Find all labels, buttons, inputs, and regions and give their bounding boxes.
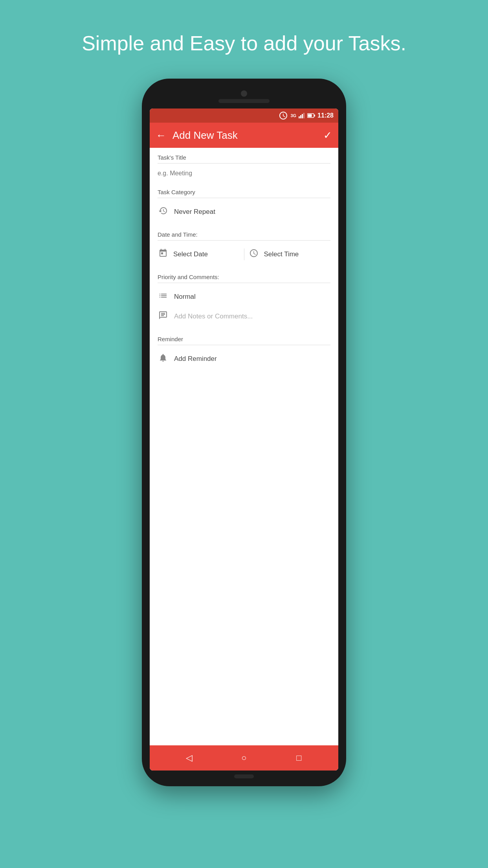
- confirm-button[interactable]: ✓: [323, 129, 332, 142]
- nav-home-button[interactable]: ○: [236, 750, 252, 766]
- svg-rect-5: [314, 115, 316, 117]
- phone-speaker: [218, 99, 270, 103]
- date-time-row: Select Date Select Time: [158, 245, 330, 264]
- notes-icon: [158, 311, 169, 322]
- select-date-button[interactable]: Select Date: [158, 248, 240, 260]
- svg-rect-3: [303, 113, 305, 118]
- notes-row[interactable]: Add Notes or Comments...: [158, 307, 330, 326]
- priority-icon: [158, 291, 169, 303]
- add-reminder-label: Add Reminder: [174, 355, 217, 363]
- alarm-icon: [279, 111, 288, 120]
- add-reminder-button[interactable]: Add Reminder: [158, 349, 330, 369]
- nav-back-button[interactable]: ◁: [181, 750, 197, 766]
- nav-bar: ◁ ○ □: [150, 745, 338, 771]
- reminder-label: Reminder: [158, 336, 330, 345]
- svg-rect-6: [308, 114, 312, 117]
- priority-section: Priority and Comments: Normal: [150, 267, 338, 329]
- form-content: Task's Title Task Category Never Repeat: [150, 148, 338, 745]
- repeat-icon: [158, 206, 169, 218]
- phone-screen: 3G 11:28 ← Add Ne: [150, 108, 338, 771]
- svg-rect-0: [299, 116, 300, 118]
- battery-icon: [307, 113, 315, 118]
- select-time-label: Select Time: [264, 250, 299, 258]
- select-date-label: Select Date: [173, 250, 208, 258]
- reminder-section: Reminder Add Reminder: [150, 329, 338, 372]
- date-time-divider: [244, 248, 244, 260]
- phone-frame: 3G 11:28 ← Add Ne: [142, 79, 346, 786]
- priority-label: Priority and Comments:: [158, 274, 330, 283]
- task-category-row[interactable]: Never Repeat: [158, 202, 330, 222]
- status-bar: 3G 11:28: [150, 108, 338, 123]
- status-icons: 3G 11:28: [279, 111, 334, 120]
- phone-camera: [241, 90, 247, 97]
- task-category-value: Never Repeat: [174, 208, 215, 216]
- svg-rect-2: [302, 114, 303, 118]
- task-title-input[interactable]: [158, 167, 330, 179]
- task-title-section: Task's Title: [150, 148, 338, 182]
- date-time-label: Date and Time:: [158, 231, 330, 241]
- status-time: 11:28: [317, 112, 334, 119]
- clock-icon: [248, 248, 259, 260]
- notes-placeholder: Add Notes or Comments...: [174, 313, 253, 320]
- calendar-icon: [158, 248, 169, 260]
- back-button[interactable]: ←: [156, 130, 166, 140]
- toolbar: ← Add New Task ✓: [150, 123, 338, 148]
- task-title-label: Task's Title: [158, 154, 330, 164]
- priority-row[interactable]: Normal: [158, 287, 330, 307]
- svg-rect-1: [300, 115, 301, 118]
- page-tagline: Simple and Easy to add your Tasks.: [82, 31, 406, 55]
- bell-icon: [158, 353, 169, 365]
- task-category-label: Task Category: [158, 189, 330, 198]
- select-time-button[interactable]: Select Time: [248, 248, 331, 260]
- network-indicator: 3G: [290, 113, 296, 118]
- priority-value: Normal: [174, 293, 196, 301]
- task-category-section: Task Category Never Repeat: [150, 182, 338, 225]
- phone-home-button: [234, 774, 254, 778]
- nav-recent-button[interactable]: □: [291, 750, 307, 766]
- date-time-section: Date and Time: Select Date: [150, 225, 338, 267]
- signal-icon: [299, 113, 305, 118]
- toolbar-title: Add New Task: [172, 129, 323, 142]
